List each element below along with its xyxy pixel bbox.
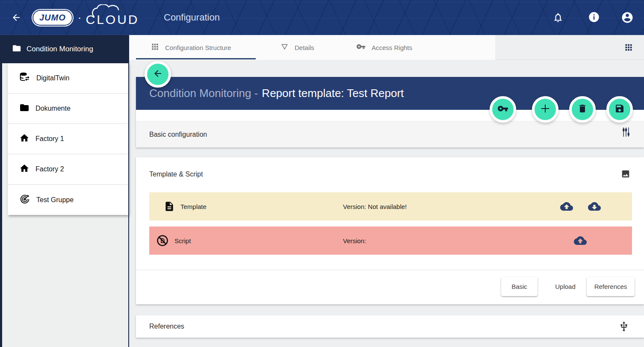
page-title: Configuration [164, 12, 220, 23]
sidebar-item-label: Factory 2 [35, 165, 64, 173]
script-row: Script Version: [149, 226, 632, 255]
script-row-label: Script [174, 237, 191, 244]
sidebar-item-factory-1[interactable]: Factory 1 [8, 124, 128, 154]
jumo-cloud-app: JUMO · CLOUD Configuration [0, 0, 644, 347]
tab-access-rights[interactable]: Access Rights [356, 35, 412, 60]
cloud-download-icon[interactable] [588, 200, 601, 213]
cloud-outline-icon [92, 4, 133, 19]
tab-label: Details [295, 44, 314, 51]
info-icon[interactable] [588, 11, 600, 23]
upload-button[interactable]: Upload [549, 277, 581, 296]
sidebar-header-label: Condition Monitoring [27, 45, 93, 53]
appbar: JUMO · CLOUD Configuration [0, 0, 644, 35]
template-script-title: Template & Script [149, 171, 203, 178]
save-icon [614, 103, 625, 115]
key-icon [497, 103, 508, 116]
card-divider [136, 270, 644, 270]
image-icon[interactable] [621, 169, 630, 179]
active-tab-indicator [136, 58, 256, 59]
add-button[interactable] [532, 96, 558, 123]
references-button[interactable]: References [587, 277, 635, 296]
sidebar-accent-strip [0, 35, 2, 347]
sidebar-item-label: DigitalTwin [36, 74, 69, 82]
tab-label: Configuration Structure [165, 44, 231, 51]
back-arrow-icon [153, 68, 163, 80]
sidebar-item-label: Dokumente [35, 105, 71, 112]
sidebar-item-label: Test Gruppe [36, 196, 74, 204]
references-row[interactable]: References [136, 315, 644, 338]
folder-icon [19, 103, 30, 115]
sidebar-item-list: DigitalTwin Dokumente Factory 1 Factory … [8, 63, 128, 215]
save-button[interactable] [606, 96, 633, 123]
template-script-card: Template & Script Template Version: Not … [136, 157, 644, 304]
home-icon [19, 133, 30, 145]
tab-configuration-structure[interactable]: Configuration Structure [151, 35, 231, 60]
sidebar-divider [128, 35, 129, 347]
report-title: Report template: Test Report [262, 87, 404, 100]
sidebar-item-factory-2[interactable]: Factory 2 [8, 154, 128, 185]
bell-icon[interactable] [552, 11, 564, 24]
tab-bar: Configuration Structure Details Access R… [129, 35, 644, 60]
triangle-filter-icon [281, 43, 289, 53]
script-version-text: Version: [343, 237, 366, 244]
access-rights-button[interactable] [490, 96, 516, 123]
sidebar-item-digitaltwin[interactable]: DigitalTwin [8, 63, 128, 94]
account-icon[interactable] [621, 11, 634, 24]
sidebar-item-dokumente[interactable]: Dokumente [8, 94, 128, 124]
template-row: Template Version: Not available! [149, 192, 632, 221]
usb-icon[interactable] [618, 321, 629, 332]
main-content: Configuration Structure Details Access R… [129, 35, 644, 347]
sidebar: Condition Monitoring DigitalTwin [0, 35, 128, 347]
basic-configuration-row[interactable]: Basic configuration [136, 121, 644, 147]
digital-twin-sync-icon [19, 72, 30, 85]
header-spacer [136, 110, 644, 121]
delete-button[interactable] [569, 96, 596, 123]
tune-sliders-icon[interactable] [622, 126, 630, 138]
references-label: References [149, 323, 184, 330]
sidebar-item-test-gruppe[interactable]: Test Gruppe [8, 185, 128, 215]
tab-label: Access Rights [372, 44, 412, 51]
key-icon [356, 42, 366, 53]
cloud-upload-icon[interactable] [574, 234, 587, 247]
home-icon [19, 163, 30, 175]
trash-icon [577, 103, 588, 115]
basic-configuration-label: Basic configuration [149, 131, 207, 138]
template-version-text: Version: Not available! [343, 203, 407, 210]
basic-button[interactable]: Basic [501, 277, 538, 296]
sidebar-item-label: Factory 1 [35, 135, 64, 143]
document-icon [164, 201, 175, 212]
tab-details[interactable]: Details [281, 35, 314, 60]
target-icon [19, 194, 30, 206]
template-row-label: Template [180, 203, 207, 210]
folder-icon [12, 44, 21, 55]
jumo-logo-text: JUMO [33, 11, 72, 25]
report-header-card: Condition Monitoring - Report template: … [136, 77, 644, 147]
plus-icon [539, 103, 551, 116]
report-header: Condition Monitoring - Report template: … [136, 77, 644, 110]
back-arrow-icon[interactable] [11, 12, 21, 23]
jumo-cloud-logo: JUMO · CLOUD [33, 0, 139, 35]
cloud-upload-icon[interactable] [560, 200, 573, 213]
back-button[interactable] [145, 61, 171, 88]
breadcrumb: Condition Monitoring - [149, 87, 258, 100]
file-off-icon [156, 234, 169, 247]
brand-separator: · [78, 11, 82, 24]
grid-icon [151, 43, 159, 53]
grid-icon[interactable] [624, 43, 633, 52]
sidebar-header-condition-monitoring[interactable]: Condition Monitoring [0, 35, 128, 63]
